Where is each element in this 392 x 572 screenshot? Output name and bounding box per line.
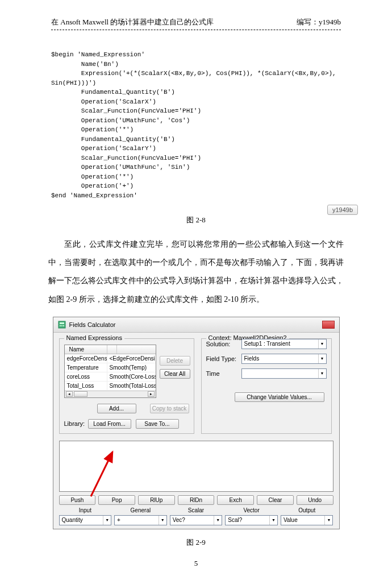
table-header: Name	[65, 345, 156, 354]
exch-button[interactable]: Exch	[217, 495, 254, 505]
general-dropdown[interactable]: +▼	[114, 515, 167, 525]
col-blank	[107, 345, 117, 354]
col-name: Name	[65, 345, 107, 354]
chevron-down-icon: ▼	[318, 354, 326, 363]
scroll-thumb[interactable]	[74, 391, 87, 397]
push-button[interactable]: Push	[59, 495, 96, 505]
rlup-button[interactable]: RlUp	[138, 495, 175, 505]
stack-buttons-row: Push Pop RlUp RlDn Exch Clear Undo	[59, 495, 333, 505]
table-row[interactable]: edgeForceDensity<EdgeForceDensi	[65, 354, 156, 363]
doc-title: 在 Ansoft Maxwell 的场计算器中建立自己的公式库	[51, 17, 214, 27]
hdr-output: Output	[281, 507, 333, 513]
chevron-down-icon: ▼	[318, 369, 326, 378]
quantity-dropdown[interactable]: Quantity▼	[59, 515, 112, 525]
chevron-down-icon: ▼	[103, 516, 111, 525]
body-paragraph: 至此，公式库文件建立完毕，您可以将您常用的一些公式都输入到这一个文件中，当需要时…	[48, 235, 344, 309]
chevron-down-icon: ▼	[318, 339, 326, 349]
vector-dropdown[interactable]: Scal?▼	[225, 515, 278, 525]
scalar-dropdown[interactable]: Vec?▼	[170, 515, 223, 525]
table-row[interactable]: Total_LossSmooth(Total-Loss	[65, 382, 156, 391]
named-expressions-group: Named Expressions Name edgeForceDensity<…	[59, 338, 194, 434]
window-body: Named Expressions Name edgeForceDensity<…	[53, 333, 339, 529]
author-badge: y1949b	[327, 205, 358, 215]
undo-button[interactable]: Undo	[297, 495, 333, 505]
page-header: 在 Ansoft Maxwell 的场计算器中建立自己的公式库 编写：y1949…	[51, 17, 341, 27]
hdr-scalar: Scalar	[170, 507, 223, 513]
library-label: Library:	[64, 420, 84, 427]
hdr-input: Input	[59, 507, 112, 513]
chevron-down-icon: ▼	[159, 516, 166, 525]
solution-label: Solution:	[206, 341, 239, 347]
load-from-button[interactable]: Load From...	[88, 419, 131, 429]
category-dropdowns: Quantity▼ +▼ Vec?▼ Scal?▼ Value▼	[59, 515, 333, 525]
table-scrollbar[interactable]: ◂ ▸	[65, 391, 156, 397]
change-variable-values-button[interactable]: Change Variable Values...	[235, 392, 324, 402]
solution-dropdown[interactable]: Setup1 : Transient▼	[241, 339, 327, 349]
close-icon[interactable]	[322, 321, 335, 329]
window-title-text: Fields Calculator	[69, 321, 116, 328]
window-titlebar: Fields Calculator	[53, 317, 339, 333]
add-button[interactable]: Add...	[97, 404, 136, 413]
context-group: Context: Maxwell2DDesign2 Solution: Setu…	[201, 338, 332, 434]
svg-rect-2	[60, 325, 61, 326]
fields-calculator-window: Fields Calculator Named Expressions Name	[53, 317, 340, 529]
calculator-icon	[58, 321, 66, 329]
pop-button[interactable]: Pop	[98, 495, 135, 505]
group-title: Named Expressions	[64, 334, 124, 341]
category-headers: Input General Scalar Vector Output	[59, 507, 333, 513]
scroll-left-icon[interactable]: ◂	[66, 391, 73, 397]
svg-rect-3	[61, 325, 62, 326]
figure-caption-2-8: 图 2-8	[51, 215, 341, 225]
svg-rect-0	[59, 321, 65, 328]
table-row[interactable]: TemperatureSmooth(Temp)	[65, 363, 156, 372]
field-type-dropdown[interactable]: Fields▼	[241, 354, 327, 364]
chevron-down-icon: ▼	[214, 516, 222, 525]
output-dropdown[interactable]: Value▼	[281, 515, 333, 525]
header-divider	[51, 30, 341, 30]
rldn-button[interactable]: RlDn	[178, 495, 215, 505]
chevron-down-icon: ▼	[269, 516, 277, 525]
doc-author: 编写：y1949b	[297, 17, 341, 27]
time-dropdown[interactable]: ▼	[241, 368, 327, 379]
code-listing: $begin 'Named_Expression' Name('Bn') Exp…	[51, 50, 341, 200]
named-expressions-table[interactable]: Name edgeForceDensity<EdgeForceDensi Tem…	[64, 345, 156, 398]
table-row[interactable]: coreLossSmooth(Core-Loss	[65, 372, 156, 382]
svg-rect-1	[60, 322, 64, 324]
time-label: Time	[206, 370, 239, 377]
svg-rect-4	[63, 325, 64, 326]
hdr-general: General	[114, 507, 167, 513]
delete-button[interactable]: Delete	[160, 356, 190, 366]
page-number: 5	[51, 559, 341, 568]
figure-caption-2-9: 图 2-9	[51, 537, 341, 548]
chevron-down-icon: ▼	[324, 516, 332, 525]
save-to-button[interactable]: Save To...	[136, 419, 179, 429]
scroll-right-icon[interactable]: ▸	[148, 391, 155, 397]
copy-to-stack-button[interactable]: Copy to stack	[150, 404, 189, 413]
clear-button[interactable]: Clear	[257, 495, 294, 505]
document-page: 在 Ansoft Maxwell 的场计算器中建立自己的公式库 编写：y1949…	[0, 0, 392, 572]
hdr-vector: Vector	[225, 507, 278, 513]
stack-display-area	[59, 441, 333, 492]
clear-all-button[interactable]: Clear All	[160, 369, 190, 379]
field-type-label: Field Type:	[206, 355, 239, 362]
